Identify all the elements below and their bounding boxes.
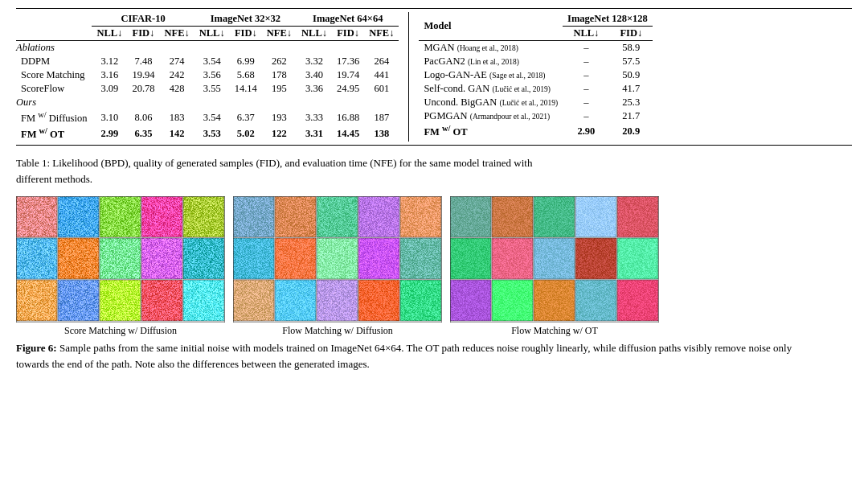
flow-diffusion-caption: Flow Matching w/ Diffusion bbox=[282, 325, 392, 337]
nfe2-header: NFE↓ bbox=[262, 27, 297, 41]
figure-section: Score Matching w/ Diffusion Flow Matchin… bbox=[16, 196, 852, 372]
flow-ot-image-group: Flow Matching w/ OT bbox=[450, 196, 659, 337]
table-caption: Table 1: Likelihood (BPD), quality of ge… bbox=[16, 155, 547, 187]
cifar10-header: CIFAR-10 bbox=[92, 12, 194, 27]
fid3-header: FID↓ bbox=[332, 27, 364, 41]
nfe3-header: NFE↓ bbox=[364, 27, 399, 41]
page-content: CIFAR-10 ImageNet 32×32 ImageNet 64×64 N… bbox=[16, 8, 852, 372]
fm-ot-row: FM w/ OT 2.99 6.35 142 3.53 5.02 122 3.3… bbox=[16, 125, 399, 142]
fid2-header: FID↓ bbox=[230, 27, 262, 41]
nll1-header: NLL↓ bbox=[92, 27, 127, 41]
scoreflow-row: ScoreFlow 3.09 20.78 428 3.55 14.14 195 … bbox=[16, 82, 399, 96]
nll3-header: NLL↓ bbox=[297, 27, 332, 41]
flow-ot-caption: Flow Matching w/ OT bbox=[511, 325, 598, 337]
left-table: CIFAR-10 ImageNet 32×32 ImageNet 64×64 N… bbox=[16, 12, 409, 142]
model-col-header bbox=[16, 12, 92, 41]
right-fm-ot-row: FM w/ OT 2.90 20.9 bbox=[419, 123, 652, 139]
fid1-header: FID↓ bbox=[127, 27, 159, 41]
selfcond-gan-row: Self-cond. GAN (Lučić et al., 2019) – 41… bbox=[419, 82, 652, 96]
pgmgan-row: PGMGAN (Armandpour et al., 2021) – 21.7 bbox=[419, 109, 652, 123]
figure-caption-text: Sample paths from the same initial noise… bbox=[16, 342, 792, 370]
score-matching-canvas bbox=[16, 196, 225, 323]
imagenet64-header: ImageNet 64×64 bbox=[297, 12, 399, 27]
nll2-header: NLL↓ bbox=[194, 27, 230, 41]
right-model-header: Model bbox=[419, 12, 563, 41]
right-nll-header: NLL↓ bbox=[563, 27, 610, 41]
pacgan2-row: PacGAN2 (Lin et al., 2018) – 57.5 bbox=[419, 55, 652, 68]
ddpm-row: DDPM 3.12 7.48 274 3.54 6.99 262 3.32 17… bbox=[16, 55, 399, 68]
imagenet32-header: ImageNet 32×32 bbox=[194, 12, 297, 27]
right-fid-header: FID↓ bbox=[610, 27, 653, 41]
ours-header-row: Ours bbox=[16, 96, 399, 109]
score-matching-caption: Score Matching w/ Diffusion bbox=[64, 325, 177, 337]
flow-diffusion-canvas bbox=[233, 196, 442, 323]
mgan-row: MGAN (Hoang et al., 2018) – 58.9 bbox=[419, 41, 652, 55]
fm-diffusion-row: FM w/ Diffusion 3.10 8.06 183 3.54 6.37 … bbox=[16, 109, 399, 125]
imagenet128-header: ImageNet 128×128 bbox=[563, 12, 653, 27]
figure-label: Figure 6: bbox=[16, 342, 57, 354]
logo-gan-row: Logo-GAN-AE (Sage et al., 2018) – 50.9 bbox=[419, 68, 652, 82]
figure-caption: Figure 6: Sample paths from the same ini… bbox=[16, 340, 820, 372]
score-matching-image-group: Score Matching w/ Diffusion bbox=[16, 196, 225, 337]
ablations-header-row: Ablations bbox=[16, 41, 399, 55]
figure-images: Score Matching w/ Diffusion Flow Matchin… bbox=[16, 196, 852, 337]
flow-diffusion-image-group: Flow Matching w/ Diffusion bbox=[233, 196, 442, 337]
right-table: Model ImageNet 128×128 NLL↓ FID↓ MGAN (H… bbox=[419, 12, 652, 142]
score-matching-row: Score Matching 3.16 19.94 242 3.56 5.68 … bbox=[16, 68, 399, 82]
table-section: CIFAR-10 ImageNet 32×32 ImageNet 64×64 N… bbox=[16, 8, 852, 146]
uncond-biggan-row: Uncond. BigGAN (Lučić et al., 2019) – 25… bbox=[419, 96, 652, 109]
nfe1-header: NFE↓ bbox=[160, 27, 194, 41]
flow-ot-canvas bbox=[450, 196, 659, 323]
